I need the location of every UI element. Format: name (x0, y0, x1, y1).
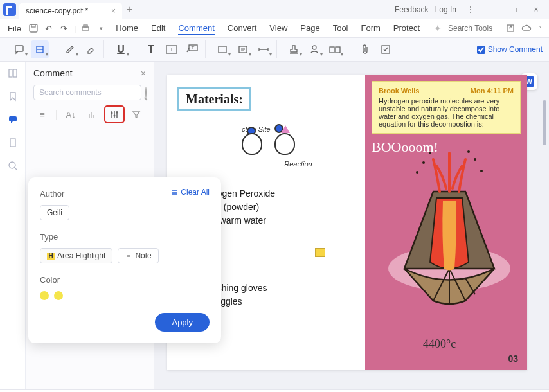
highlight-tool[interactable]: ▾ (31, 40, 49, 58)
qat-dropdown-icon[interactable]: ▾ (95, 22, 107, 34)
svg-point-29 (416, 171, 419, 174)
author-chip[interactable]: Geili (40, 205, 69, 220)
print-icon[interactable] (80, 22, 91, 34)
color-dot-2[interactable] (54, 291, 63, 300)
attachment-tool[interactable] (356, 40, 374, 58)
file-menu[interactable]: File (8, 24, 21, 33)
menu-page[interactable]: Page (300, 22, 320, 35)
page-number: 03 (508, 353, 518, 364)
sort-type-icon[interactable] (84, 107, 102, 122)
menu-comment[interactable]: Comment (178, 22, 214, 35)
clear-all-label: Clear All (181, 188, 210, 197)
stamp-icon-tool[interactable]: ▾ (285, 40, 303, 58)
svg-point-20 (9, 162, 15, 168)
text-tool[interactable]: T (142, 40, 160, 58)
search-comments-input[interactable] (33, 85, 141, 100)
show-comment-toggle[interactable]: Show Comment (477, 45, 543, 54)
comment-note[interactable]: Brook Wells Mon 4:11 PM Hydrogen peroxid… (372, 81, 521, 134)
color-dot-1[interactable] (40, 291, 49, 300)
wand-icon[interactable]: ✦ (434, 23, 442, 33)
search-icon[interactable] (145, 87, 147, 98)
share-icon[interactable] (506, 24, 515, 33)
note-tool[interactable]: ▾ (10, 40, 28, 58)
svg-rect-0 (30, 24, 37, 32)
type-chip-area-highlight[interactable]: HArea Highlight (40, 248, 113, 263)
svg-point-21 (111, 112, 113, 114)
measure-tool[interactable]: ▾ (255, 40, 273, 58)
svg-rect-3 (84, 25, 87, 27)
type-chip-note[interactable]: Note (118, 248, 158, 263)
eraser-tool[interactable] (82, 40, 100, 58)
comments-panel-icon[interactable] (6, 113, 19, 126)
panel-title: Comment (33, 68, 73, 78)
more-icon[interactable]: ⋮ (463, 2, 478, 17)
rectangle-tool[interactable]: ▾ (213, 40, 231, 58)
underline-tool[interactable]: U▾ (112, 40, 130, 58)
show-comment-checkbox[interactable] (477, 46, 485, 54)
sort-collapse-icon[interactable]: ≡ (33, 107, 51, 122)
reaction-diagram: ctive Site Reaction (242, 124, 355, 168)
close-window-icon[interactable]: × (528, 2, 544, 17)
search-tools-input[interactable] (448, 24, 500, 33)
maximize-icon[interactable]: □ (507, 2, 522, 17)
stamp-tool[interactable]: ▾ (234, 40, 252, 58)
redo-icon[interactable]: ↷ (59, 22, 70, 34)
search-panel-icon[interactable] (6, 159, 19, 172)
boom-text: BOOooom! (372, 139, 438, 156)
svg-rect-14 (336, 47, 340, 53)
undo-icon[interactable]: ↶ (43, 22, 55, 34)
vertical-scrollbar[interactable] (543, 100, 546, 145)
sort-az-icon[interactable]: A↓ (62, 107, 80, 122)
quick-access-toolbar: ↶ ↷ | ▾ (28, 22, 107, 34)
bookmarks-icon[interactable] (6, 90, 19, 103)
menu-edit[interactable]: Edit (151, 22, 165, 35)
filter-funnel-icon[interactable] (127, 107, 145, 122)
sticky-note-marker[interactable] (315, 248, 325, 257)
attachments-panel-icon[interactable] (6, 136, 19, 149)
feedback-link[interactable]: Feedback (395, 5, 429, 14)
svg-point-26 (474, 158, 476, 161)
minimize-icon[interactable]: — (485, 2, 500, 17)
thumbnails-icon[interactable] (6, 67, 19, 80)
collapse-ribbon-icon[interactable]: ˄ (538, 25, 541, 32)
menu-form[interactable]: Form (361, 22, 381, 35)
callout-tool[interactable]: T (183, 40, 201, 58)
svg-rect-10 (219, 46, 226, 53)
save-icon[interactable] (28, 22, 39, 34)
statusbar: 27.94 x 21.59 cm | |◂ ◂ /3 ▸ ▸| | − + 68… (0, 389, 549, 392)
svg-text:T: T (170, 46, 174, 53)
menu-protect[interactable]: Protect (393, 22, 420, 35)
reaction-label: Reaction (242, 160, 355, 168)
clear-all-button[interactable]: Clear All (170, 188, 210, 197)
svg-rect-17 (14, 69, 17, 77)
checkbox-tool[interactable] (377, 40, 395, 58)
tab-close-icon[interactable]: × (111, 6, 116, 15)
panel-close-icon[interactable]: × (141, 68, 146, 78)
left-rail (0, 62, 26, 389)
show-comment-label: Show Comment (488, 45, 543, 54)
materials-heading: Materials: (177, 87, 251, 111)
pencil-tool[interactable]: ▾ (61, 40, 79, 58)
signature-tool[interactable]: ▾ (305, 40, 323, 58)
new-tab-button[interactable]: + (122, 4, 138, 15)
menu-view[interactable]: View (269, 22, 287, 35)
search-tools[interactable] (448, 24, 500, 33)
textbox-tool[interactable]: T (163, 40, 181, 58)
login-link[interactable]: Log In (435, 5, 456, 14)
filter-popup: Clear All Author Geili Type HArea Highli… (28, 177, 221, 343)
svg-rect-13 (330, 47, 334, 53)
menu-home[interactable]: Home (116, 22, 138, 35)
note-time: Mon 4:11 PM (471, 87, 514, 94)
document-tab[interactable]: science-copy.pdf * × (19, 3, 122, 19)
svg-point-12 (312, 46, 316, 49)
active-site-label: ctive Site (242, 125, 271, 133)
compare-tool[interactable]: ▾ (326, 40, 344, 58)
type-label: Type (40, 232, 210, 242)
filter-icon[interactable] (105, 107, 123, 122)
menu-convert[interactable]: Convert (228, 22, 257, 35)
apply-button[interactable]: Apply (155, 313, 210, 332)
sort-row: ≡ | A↓ (33, 107, 146, 122)
app-logo (0, 0, 19, 19)
menu-tool[interactable]: Tool (333, 22, 348, 35)
cloud-icon[interactable] (521, 24, 532, 32)
